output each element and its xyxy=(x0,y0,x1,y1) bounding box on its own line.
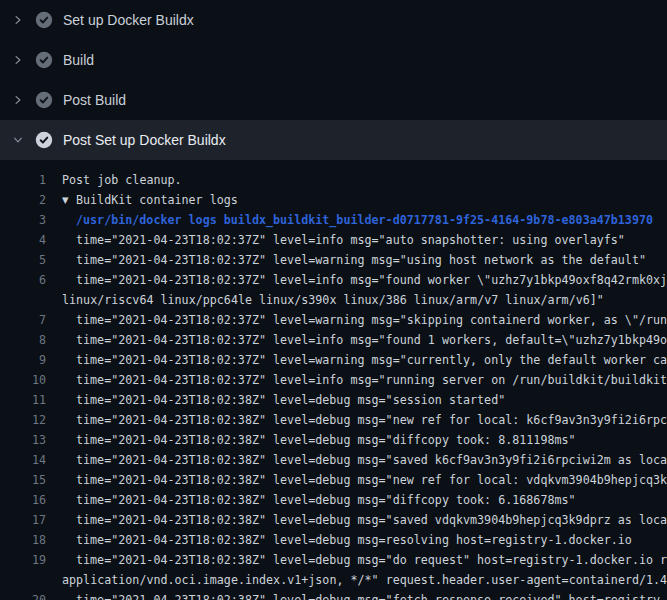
log-line: 18 time="2021-04-23T18:02:38Z" level=deb… xyxy=(0,530,667,550)
step-row-post-build[interactable]: Post Build xyxy=(0,80,667,120)
check-circle-icon xyxy=(35,51,53,69)
line-number[interactable]: 7 xyxy=(0,310,46,330)
line-number[interactable]: 17 xyxy=(0,510,46,530)
line-number[interactable]: 1 xyxy=(0,170,46,190)
log-line: 7 time="2021-04-23T18:02:37Z" level=warn… xyxy=(0,310,667,330)
line-text: time="2021-04-23T18:02:37Z" level=info m… xyxy=(76,370,667,390)
line-number[interactable]: 11 xyxy=(0,390,46,410)
line-number[interactable]: 19 xyxy=(0,550,46,570)
check-circle-icon xyxy=(35,131,53,149)
line-text: time="2021-04-23T18:02:37Z" level=info m… xyxy=(76,270,667,290)
line-text: time="2021-04-23T18:02:38Z" level=debug … xyxy=(76,490,576,510)
line-text: time="2021-04-23T18:02:38Z" level=debug … xyxy=(76,590,667,600)
log-line: 16 time="2021-04-23T18:02:38Z" level=deb… xyxy=(0,490,667,510)
group-collapse-triangle-icon[interactable]: ▼ xyxy=(62,190,76,210)
step-row-set-up-docker-buildx[interactable]: Set up Docker Buildx xyxy=(0,0,667,40)
line-number[interactable]: 16 xyxy=(0,490,46,510)
log-line[interactable]: 2 ▼ BuildKit container logs xyxy=(0,190,667,210)
line-text: time="2021-04-23T18:02:38Z" level=debug … xyxy=(76,530,632,550)
log-line: 3 /usr/bin/docker logs buildx_buildkit_b… xyxy=(0,210,667,230)
log-line: application/vnd.oci.image.index.v1+json,… xyxy=(0,570,667,590)
line-number[interactable]: 12 xyxy=(0,410,46,430)
log-line: 6 time="2021-04-23T18:02:37Z" level=info… xyxy=(0,270,667,290)
log-line: 4 time="2021-04-23T18:02:37Z" level=info… xyxy=(0,230,667,250)
log-line: linux/riscv64 linux/ppc64le linux/s390x … xyxy=(0,290,667,310)
line-number[interactable]: 14 xyxy=(0,450,46,470)
step-label: Post Set up Docker Buildx xyxy=(63,132,226,148)
step-label: Build xyxy=(63,52,94,68)
log-section: 1 Post job cleanup. 2 ▼ BuildKit contain… xyxy=(0,160,667,600)
line-text: time="2021-04-23T18:02:38Z" level=debug … xyxy=(76,550,667,570)
log-line: 20 time="2021-04-23T18:02:38Z" level=deb… xyxy=(0,590,667,600)
line-text: BuildKit container logs xyxy=(76,190,238,210)
step-row-post-set-up-docker-buildx[interactable]: Post Set up Docker Buildx xyxy=(0,120,667,160)
chevron-right-icon xyxy=(10,92,26,108)
line-number[interactable]: 20 xyxy=(0,590,46,600)
log-line: 8 time="2021-04-23T18:02:37Z" level=info… xyxy=(0,330,667,350)
step-list: Set up Docker Buildx Build P xyxy=(0,0,667,160)
line-text: time="2021-04-23T18:02:38Z" level=debug … xyxy=(76,510,667,530)
line-text: time="2021-04-23T18:02:38Z" level=debug … xyxy=(76,410,667,430)
line-number[interactable]: 5 xyxy=(0,250,46,270)
line-number[interactable]: 15 xyxy=(0,470,46,490)
check-circle-icon xyxy=(35,91,53,109)
line-text: Post job cleanup. xyxy=(62,170,182,190)
log-line: 17 time="2021-04-23T18:02:38Z" level=deb… xyxy=(0,510,667,530)
log-line: 14 time="2021-04-23T18:02:38Z" level=deb… xyxy=(0,450,667,470)
step-label: Set up Docker Buildx xyxy=(63,12,194,28)
chevron-down-icon xyxy=(10,132,26,148)
line-number[interactable]: 18 xyxy=(0,530,46,550)
log-line: 15 time="2021-04-23T18:02:38Z" level=deb… xyxy=(0,470,667,490)
log-line: 12 time="2021-04-23T18:02:38Z" level=deb… xyxy=(0,410,667,430)
line-number[interactable] xyxy=(0,290,46,310)
line-number[interactable]: 9 xyxy=(0,350,46,370)
line-text: /usr/bin/docker logs buildx_buildkit_bui… xyxy=(76,210,653,230)
workflow-job-log-panel: Set up Docker Buildx Build P xyxy=(0,0,667,600)
line-number[interactable]: 13 xyxy=(0,430,46,450)
log-line: 10 time="2021-04-23T18:02:37Z" level=inf… xyxy=(0,370,667,390)
line-number[interactable]: 4 xyxy=(0,230,46,250)
log-line: 11 time="2021-04-23T18:02:38Z" level=deb… xyxy=(0,390,667,410)
line-text: time="2021-04-23T18:02:38Z" level=debug … xyxy=(76,470,667,490)
line-text: time="2021-04-23T18:02:38Z" level=debug … xyxy=(76,430,576,450)
line-text: time="2021-04-23T18:02:38Z" level=debug … xyxy=(76,390,505,410)
line-text: application/vnd.oci.image.index.v1+json,… xyxy=(62,570,667,590)
chevron-right-icon xyxy=(10,12,26,28)
line-number[interactable] xyxy=(0,570,46,590)
line-text: linux/riscv64 linux/ppc64le linux/s390x … xyxy=(62,290,604,310)
line-text: time="2021-04-23T18:02:38Z" level=debug … xyxy=(76,450,667,470)
log-line: 19 time="2021-04-23T18:02:38Z" level=deb… xyxy=(0,550,667,570)
log-line: 5 time="2021-04-23T18:02:37Z" level=warn… xyxy=(0,250,667,270)
log-line: 9 time="2021-04-23T18:02:37Z" level=warn… xyxy=(0,350,667,370)
line-text: time="2021-04-23T18:02:37Z" level=warnin… xyxy=(76,350,667,370)
step-row-build[interactable]: Build xyxy=(0,40,667,80)
line-text: time="2021-04-23T18:02:37Z" level=info m… xyxy=(76,230,625,250)
step-label: Post Build xyxy=(63,92,126,108)
line-number[interactable]: 6 xyxy=(0,270,46,290)
line-text: time="2021-04-23T18:02:37Z" level=info m… xyxy=(76,330,667,350)
line-number[interactable]: 3 xyxy=(0,210,46,230)
check-circle-icon xyxy=(35,11,53,29)
chevron-right-icon xyxy=(10,52,26,68)
log-line: 13 time="2021-04-23T18:02:38Z" level=deb… xyxy=(0,430,667,450)
line-number[interactable]: 2 xyxy=(0,190,46,210)
log-line: 1 Post job cleanup. xyxy=(0,170,667,190)
line-number[interactable]: 8 xyxy=(0,330,46,350)
line-number[interactable]: 10 xyxy=(0,370,46,390)
line-text: time="2021-04-23T18:02:37Z" level=warnin… xyxy=(76,310,667,330)
line-text: time="2021-04-23T18:02:37Z" level=warnin… xyxy=(76,250,646,270)
